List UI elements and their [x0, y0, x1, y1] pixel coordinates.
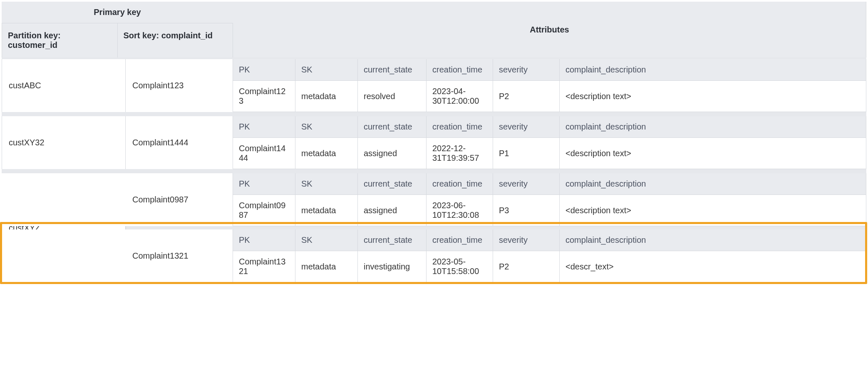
cell-severity: P1 — [493, 138, 560, 169]
sort-key-cell: Complaint0987 — [126, 173, 233, 226]
primary-key-title: Primary key — [2, 2, 233, 23]
attr-data-row: Complaint123 metadata resolved 2023-04-3… — [233, 81, 866, 112]
col-header-description: complaint_description — [560, 59, 866, 81]
col-header-state: current_state — [358, 173, 427, 195]
cell-pk: Complaint1321 — [233, 251, 295, 282]
attr-header-row: PK SK current_state creation_time severi… — [233, 173, 866, 195]
attr-header-row: PK SK current_state creation_time severi… — [233, 59, 866, 81]
col-header-description: complaint_description — [560, 173, 866, 195]
cell-severity: P2 — [493, 81, 560, 112]
sort-key-cell: Complaint1444 — [126, 116, 233, 169]
col-header-state: current_state — [358, 229, 427, 251]
partition-key-cell: custXY32 — [2, 116, 126, 169]
cell-time: 2023-06-10T12:30:08 — [427, 195, 493, 226]
col-header-time: creation_time — [427, 59, 493, 81]
cell-description: <description text> — [560, 138, 866, 169]
attributes-header: Attributes — [233, 2, 866, 57]
col-header-severity: severity — [493, 173, 560, 195]
attr-data-row: Complaint0987 metadata assigned 2023-06-… — [233, 195, 866, 226]
col-header-sk: SK — [295, 59, 358, 81]
cell-state: investigating — [358, 251, 427, 282]
col-header-description: complaint_description — [560, 229, 866, 251]
col-header-state: current_state — [358, 116, 427, 138]
sort-key-header: Sort key: complaint_id — [118, 23, 233, 57]
col-header-time: creation_time — [427, 116, 493, 138]
cell-time: 2022-12-31T19:39:57 — [427, 138, 493, 169]
col-header-severity: severity — [493, 116, 560, 138]
table-header-row: Primary key Partition key: customer_id S… — [2, 2, 866, 57]
cell-pk: Complaint1444 — [233, 138, 295, 169]
col-header-time: creation_time — [427, 173, 493, 195]
attr-header-row: PK SK current_state creation_time severi… — [233, 229, 866, 251]
cell-sk: metadata — [295, 195, 358, 226]
cell-description: <description text> — [560, 81, 866, 112]
col-header-pk: PK — [233, 59, 295, 81]
cell-time: 2023-05-10T15:58:00 — [427, 251, 493, 282]
partition-key-cell: custABC — [2, 59, 126, 112]
table-row: Complaint0987 PK SK current_state creati… — [2, 173, 866, 226]
sort-key-cell: Complaint123 — [126, 59, 233, 112]
col-header-sk: SK — [295, 173, 358, 195]
cell-description: <descr_text> — [560, 251, 866, 282]
cell-severity: P2 — [493, 251, 560, 282]
attr-data-row: Complaint1321 metadata investigating 202… — [233, 251, 866, 282]
partition-key-header: Partition key: customer_id — [2, 23, 118, 57]
sort-key-cell: Complaint1321 — [126, 229, 233, 282]
attr-data-row: Complaint1444 metadata assigned 2022-12-… — [233, 138, 866, 169]
col-header-state: current_state — [358, 59, 427, 81]
cell-pk: Complaint123 — [233, 81, 295, 112]
cell-sk: metadata — [295, 138, 358, 169]
table-row: Complaint1321 PK SK current_state creati… — [2, 229, 866, 282]
col-header-severity: severity — [493, 229, 560, 251]
col-header-sk: SK — [295, 229, 358, 251]
cell-sk: metadata — [295, 81, 358, 112]
col-header-pk: PK — [233, 229, 295, 251]
cell-pk: Complaint0987 — [233, 195, 295, 226]
merged-partition-group: custXYZ Complaint0987 PK SK current_stat… — [2, 173, 866, 282]
primary-key-header-block: Primary key Partition key: customer_id S… — [2, 2, 233, 57]
dynamodb-table: Primary key Partition key: customer_id S… — [2, 2, 866, 282]
cell-state: assigned — [358, 138, 427, 169]
col-header-time: creation_time — [427, 229, 493, 251]
col-header-description: complaint_description — [560, 116, 866, 138]
table-row: custABC Complaint123 PK SK current_state… — [2, 59, 866, 112]
cell-state: resolved — [358, 81, 427, 112]
attr-header-row: PK SK current_state creation_time severi… — [233, 116, 866, 138]
cell-time: 2023-04-30T12:00:00 — [427, 81, 493, 112]
cell-description: <description text> — [560, 195, 866, 226]
col-header-pk: PK — [233, 173, 295, 195]
col-header-sk: SK — [295, 116, 358, 138]
cell-severity: P3 — [493, 195, 560, 226]
cell-sk: metadata — [295, 251, 358, 282]
col-header-pk: PK — [233, 116, 295, 138]
col-header-severity: severity — [493, 59, 560, 81]
table-row: custXY32 Complaint1444 PK SK current_sta… — [2, 116, 866, 169]
cell-state: assigned — [358, 195, 427, 226]
